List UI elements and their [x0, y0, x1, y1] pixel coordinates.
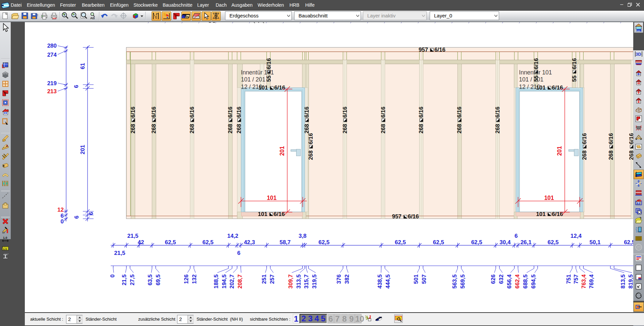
svg-text:268: 268	[581, 151, 588, 160]
svg-text:6/16: 6/16	[236, 107, 242, 118]
svg-text:abc: abc	[53, 17, 57, 19]
svg-text:268: 268	[189, 124, 195, 133]
svg-text:69,5: 69,5	[155, 274, 161, 285]
svg-text:1.0: 1.0	[3, 236, 7, 239]
svg-text:30,4: 30,4	[499, 239, 511, 246]
svg-text:6/16: 6/16	[380, 107, 386, 118]
svg-text:0: 0	[61, 218, 64, 225]
svg-text:2D: 2D	[637, 246, 641, 249]
svg-text:569,5: 569,5	[460, 274, 466, 289]
svg-text:202,7: 202,7	[229, 274, 235, 289]
svg-text:444,5: 444,5	[385, 274, 391, 289]
svg-text:12: 12	[57, 207, 64, 213]
svg-text:Innentür 101: Innentür 101	[519, 69, 552, 76]
svg-text:957: 957	[419, 47, 428, 53]
svg-text:42: 42	[138, 239, 144, 246]
svg-text:188,5: 188,5	[213, 274, 219, 289]
svg-text:201: 201	[79, 145, 86, 154]
svg-text:219: 219	[47, 80, 57, 87]
svg-text:0: 0	[109, 274, 116, 277]
svg-text:6/16: 6/16	[494, 107, 501, 118]
svg-text:62,5: 62,5	[202, 239, 213, 246]
svg-text:6: 6	[237, 250, 240, 256]
svg-text:382: 382	[344, 274, 350, 284]
svg-text:12,4: 12,4	[571, 233, 582, 239]
svg-text:819,5: 819,5	[628, 274, 633, 289]
svg-text:6/16: 6/16	[151, 107, 157, 118]
svg-text:6: 6	[88, 212, 94, 215]
svg-text:123: 123	[3, 248, 7, 251]
svg-text:6/16: 6/16	[274, 85, 285, 91]
svg-text:268: 268	[236, 124, 242, 133]
svg-text:62,5: 62,5	[433, 239, 444, 246]
svg-text:Innentür 101: Innentür 101	[241, 69, 274, 76]
svg-text:62,5: 62,5	[395, 239, 406, 246]
svg-text:26,1: 26,1	[521, 239, 532, 246]
svg-text:507: 507	[421, 274, 427, 284]
svg-text:438,5: 438,5	[377, 274, 383, 289]
svg-text:694,5: 694,5	[530, 274, 537, 289]
svg-text:58,7: 58,7	[279, 239, 290, 246]
svg-text:101: 101	[536, 211, 545, 217]
svg-text:21,5: 21,5	[114, 250, 125, 256]
svg-text:208,7: 208,7	[237, 274, 243, 289]
svg-text:309,7: 309,7	[287, 274, 294, 289]
svg-text:61: 61	[79, 63, 86, 69]
svg-text:268: 268	[608, 151, 614, 160]
svg-text:63,5: 63,5	[147, 274, 153, 285]
svg-text:3,8: 3,8	[299, 233, 307, 239]
svg-text:501: 501	[413, 274, 419, 284]
svg-text:268: 268	[308, 151, 314, 160]
svg-text:101: 101	[267, 195, 276, 201]
svg-text:268: 268	[227, 124, 233, 133]
svg-text:376: 376	[336, 274, 342, 284]
svg-text:268: 268	[494, 124, 501, 133]
svg-text:6/16: 6/16	[552, 211, 563, 217]
svg-text:6/16: 6/16	[581, 133, 588, 144]
svg-text:50,1: 50,1	[589, 239, 600, 246]
svg-text:6: 6	[515, 233, 518, 239]
svg-text:55: 55	[571, 75, 578, 82]
svg-text:55: 55	[266, 75, 272, 82]
svg-text:6/16: 6/16	[408, 213, 419, 220]
svg-text:313,5: 313,5	[296, 274, 302, 289]
svg-text:62,5: 62,5	[471, 239, 482, 246]
svg-text:268: 268	[342, 124, 348, 133]
svg-text:268: 268	[130, 124, 136, 133]
svg-text:769,4: 769,4	[588, 274, 595, 288]
svg-text:201: 201	[279, 146, 285, 156]
svg-text:21,5: 21,5	[121, 274, 127, 285]
svg-text:6: 6	[73, 85, 80, 88]
svg-text:319,5: 319,5	[311, 274, 318, 289]
svg-text:14,2: 14,2	[227, 233, 238, 239]
svg-text:6: 6	[73, 216, 80, 219]
svg-text:757: 757	[573, 274, 579, 284]
svg-text:6/16: 6/16	[189, 107, 195, 118]
svg-text:6/16: 6/16	[533, 58, 539, 69]
svg-text:656,4: 656,4	[506, 274, 513, 288]
svg-text:315,7: 315,7	[303, 274, 310, 289]
svg-text:12 / 210: 12 / 210	[519, 84, 540, 90]
svg-text:62,5: 62,5	[165, 239, 176, 246]
svg-text:563,5: 563,5	[451, 274, 458, 289]
svg-text:132: 132	[191, 274, 198, 284]
svg-text:126: 126	[183, 274, 190, 284]
svg-text:6/16: 6/16	[130, 107, 136, 118]
svg-text:257: 257	[269, 274, 275, 284]
svg-text:6/16: 6/16	[456, 107, 463, 118]
svg-text:6/16: 6/16	[418, 107, 424, 118]
svg-text:21,5: 21,5	[127, 233, 138, 239]
svg-text:62,5: 62,5	[624, 239, 633, 246]
svg-text:101: 101	[637, 30, 641, 32]
svg-text:101: 101	[544, 195, 554, 201]
svg-text:6/16: 6/16	[434, 47, 445, 53]
svg-text:6/16: 6/16	[308, 133, 314, 144]
svg-text:3D: 3D	[636, 52, 641, 57]
svg-text:268: 268	[380, 124, 386, 133]
svg-text:6/16: 6/16	[266, 58, 272, 69]
svg-text:280: 280	[47, 43, 57, 49]
svg-text:194,5: 194,5	[221, 274, 227, 289]
svg-text:6/16: 6/16	[628, 133, 633, 144]
svg-text:268: 268	[151, 124, 157, 133]
svg-text:101 / 201: 101 / 201	[241, 76, 265, 83]
